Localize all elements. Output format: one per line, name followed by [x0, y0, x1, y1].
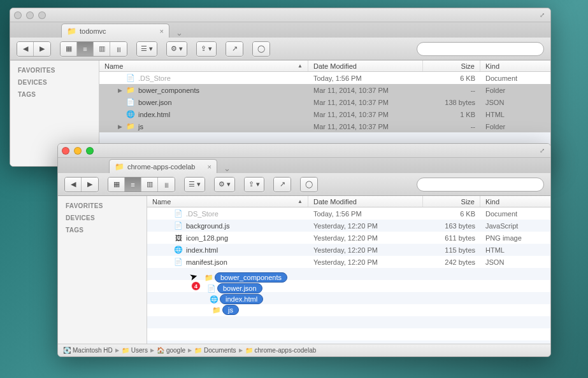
file-kind: HTML [480, 111, 550, 118]
path-icon: 📁 [194, 347, 202, 354]
sidebar-tags[interactable]: TAGS [58, 224, 147, 236]
add-tab-icon[interactable]: ⌄ [221, 164, 233, 173]
titlebar[interactable]: ⤢ [58, 144, 550, 158]
col-kind[interactable]: Kind [480, 60, 550, 71]
sidebar-tags[interactable]: TAGS [10, 88, 99, 101]
sidebar: FAVORITES DEVICES TAGS [58, 196, 147, 344]
tab-strip: 📁 chrome-apps-codelab × ⌄ [58, 158, 550, 173]
dropbox-button[interactable]: ⇪ ▾ [197, 42, 216, 56]
file-kind: HTML [480, 246, 550, 254]
html-icon: 🌐 [174, 246, 183, 255]
table-row[interactable]: ▶📁jsMar 11, 2014, 10:37 PM--Folder [99, 120, 550, 132]
fullscreen-icon[interactable]: ⤢ [540, 11, 547, 18]
sidebar-devices[interactable]: DEVICES [10, 76, 99, 88]
fullscreen-icon[interactable]: ⤢ [540, 147, 547, 154]
sidebar-devices[interactable]: DEVICES [58, 212, 147, 224]
file-date: Mar 11, 2014, 10:37 PM [308, 87, 423, 94]
path-segment[interactable]: 🏠google [157, 347, 185, 354]
col-name[interactable]: Name▲ [99, 60, 308, 71]
col-size[interactable]: Size [423, 196, 480, 207]
toolbar: ◀ ▶ ▦ ≡ ▥ ⫼ ☰ ▾ ⚙ ▾ ⇪ ▾ ↗ ◯ 🔍 [10, 38, 550, 60]
nav-buttons: ◀ ▶ [17, 41, 51, 57]
file-date: Mar 11, 2014, 10:37 PM [308, 123, 423, 130]
zoom-icon[interactable] [86, 147, 94, 155]
minimize-icon[interactable] [26, 11, 34, 19]
action-button[interactable]: ⚙ ▾ [215, 178, 234, 192]
file-name: index.html [186, 246, 218, 254]
close-icon[interactable] [62, 147, 69, 155]
share-button[interactable]: ↗ [274, 178, 290, 192]
share-button[interactable]: ↗ [226, 42, 243, 56]
close-tab-icon[interactable]: × [160, 27, 164, 35]
table-row[interactable]: 📄background.jsYesterday, 12:20 PM163 byt… [147, 220, 550, 232]
arrange-button[interactable]: ☰ ▾ [185, 178, 204, 192]
path-segment[interactable]: 📁chrome-apps-codelab [245, 347, 317, 354]
titlebar[interactable]: ⤢ [10, 8, 550, 22]
file-size: 115 bytes [423, 246, 480, 254]
back-button[interactable]: ◀ [65, 178, 82, 192]
file-name: js [138, 123, 143, 130]
table-row[interactable]: 📄.DS_StoreToday, 1:56 PM6 KBDocument [99, 72, 550, 84]
empty-row [147, 268, 550, 280]
forward-button[interactable]: ▶ [82, 178, 98, 192]
file-size: 163 bytes [423, 222, 480, 230]
arrange-button[interactable]: ☰ ▾ [137, 42, 157, 56]
table-row[interactable]: ▶📁bower_componentsMar 11, 2014, 10:37 PM… [99, 84, 550, 96]
file-size: 6 KB [423, 74, 480, 82]
forward-button[interactable]: ▶ [34, 42, 50, 56]
col-kind[interactable]: Kind [480, 196, 550, 207]
folder-icon: 📁 [67, 27, 76, 36]
file-date: Today, 1:56 PM [308, 74, 423, 82]
coverflow-view-button[interactable]: ⫼ [158, 178, 175, 192]
file-size: 138 bytes [423, 99, 480, 106]
icon-view-button[interactable]: ▦ [108, 178, 125, 192]
tab-codelab[interactable]: 📁 chrome-apps-codelab × [109, 159, 217, 173]
table-row[interactable]: 🖼icon_128.pngYesterday, 12:20 PM611 byte… [147, 232, 550, 244]
file-date: Mar 11, 2014, 10:37 PM [308, 111, 423, 118]
file-date: Today, 1:56 PM [308, 210, 423, 218]
close-tab-icon[interactable]: × [208, 163, 212, 171]
icon-view-button[interactable]: ▦ [61, 42, 77, 56]
col-date[interactable]: Date Modified [308, 196, 423, 207]
list-view-button[interactable]: ≡ [77, 42, 94, 56]
search-input[interactable] [417, 42, 544, 56]
action-button[interactable]: ⚙ ▾ [167, 42, 187, 56]
table-row[interactable]: 🌐index.htmlMar 11, 2014, 10:37 PM1 KBHTM… [99, 108, 550, 120]
file-kind: PNG image [480, 234, 550, 242]
disclosure-icon[interactable]: ▶ [117, 123, 123, 130]
tags-button[interactable]: ◯ [253, 42, 269, 56]
table-row[interactable]: 🌐index.htmlYesterday, 12:20 PM115 bytesH… [147, 244, 550, 256]
path-segment[interactable]: 📁Documents [194, 347, 236, 354]
folder-icon: 📁 [115, 162, 124, 171]
column-view-button[interactable]: ▥ [141, 178, 158, 192]
coverflow-view-button[interactable]: ⫼ [110, 42, 127, 56]
dropbox-button[interactable]: ⇪ ▾ [245, 178, 264, 192]
zoom-icon[interactable] [38, 11, 46, 19]
column-view-button[interactable]: ▥ [94, 42, 110, 56]
file-name: bower_components [138, 87, 199, 94]
traffic-lights [62, 147, 94, 155]
file-list: Name▲ Date Modified Size Kind 📄.DS_Store… [147, 196, 550, 344]
add-tab-icon[interactable]: ⌄ [173, 28, 185, 38]
tags-button[interactable]: ◯ [301, 178, 317, 192]
col-size[interactable]: Size [423, 60, 480, 71]
list-view-button[interactable]: ≡ [125, 178, 141, 192]
path-segment[interactable]: 📁Users [122, 347, 148, 354]
col-date[interactable]: Date Modified [308, 60, 423, 71]
table-row[interactable]: 📄bower.jsonMar 11, 2014, 10:37 PM138 byt… [99, 96, 550, 108]
minimize-icon[interactable] [74, 147, 82, 155]
sidebar-favorites[interactable]: FAVORITES [10, 64, 99, 76]
path-segment[interactable]: 💽Macintosh HD [63, 347, 113, 354]
table-row[interactable]: 📄manifest.jsonYesterday, 12:20 PM242 byt… [147, 256, 550, 268]
file-name: bower.json [138, 99, 172, 106]
file-date: Mar 11, 2014, 10:37 PM [308, 99, 423, 106]
col-name[interactable]: Name▲ [147, 196, 308, 207]
tab-todomvc[interactable]: 📁 todomvc × [61, 24, 169, 38]
back-button[interactable]: ◀ [17, 42, 34, 56]
close-icon[interactable] [14, 11, 22, 19]
sidebar-favorites[interactable]: FAVORITES [58, 200, 147, 212]
file-kind: Folder [480, 123, 550, 130]
disclosure-icon[interactable]: ▶ [117, 87, 123, 94]
search-input[interactable] [417, 178, 544, 192]
table-row[interactable]: 📄.DS_StoreToday, 1:56 PM6 KBDocument [147, 207, 550, 220]
